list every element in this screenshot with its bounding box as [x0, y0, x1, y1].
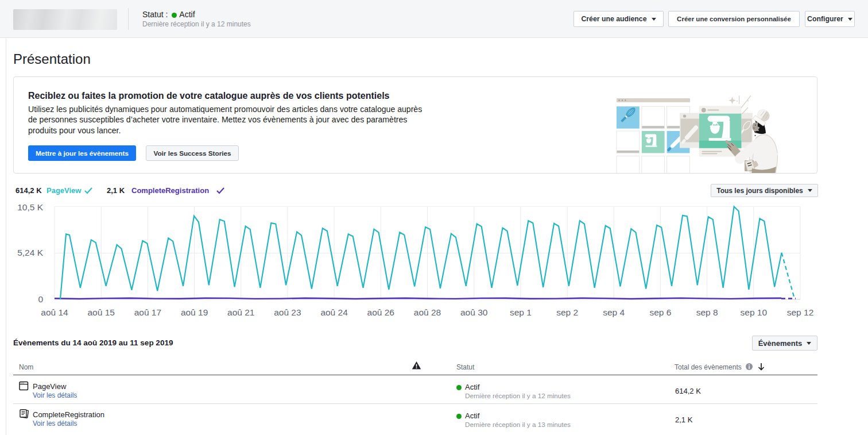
- svg-text:sep 6: sep 6: [649, 307, 671, 317]
- svg-text:aoû 14: aoû 14: [41, 307, 68, 317]
- svg-text:aoû 26: aoû 26: [367, 307, 394, 317]
- svg-text:aoû 15: aoû 15: [87, 307, 114, 317]
- svg-text:sep 2: sep 2: [556, 307, 578, 317]
- svg-text:aoû 30: aoû 30: [460, 307, 488, 317]
- svg-text:5,24 K: 5,24 K: [17, 248, 43, 257]
- svg-text:aoû 17: aoû 17: [134, 307, 161, 317]
- svg-text:10,5 K: 10,5 K: [17, 202, 43, 212]
- svg-text:aoû 23: aoû 23: [274, 307, 301, 317]
- svg-text:sep 10: sep 10: [741, 307, 768, 317]
- svg-text:sep 8: sep 8: [696, 307, 718, 317]
- svg-text:aoû 24: aoû 24: [320, 307, 348, 317]
- svg-text:aoû 21: aoû 21: [227, 307, 254, 317]
- svg-text:aoû 28: aoû 28: [414, 307, 441, 317]
- svg-text:aoû 19: aoû 19: [181, 307, 208, 317]
- svg-text:sep 1: sep 1: [510, 307, 532, 317]
- svg-text:sep 12: sep 12: [787, 307, 814, 317]
- svg-text:sep 4: sep 4: [603, 307, 625, 317]
- svg-text:0: 0: [38, 294, 43, 304]
